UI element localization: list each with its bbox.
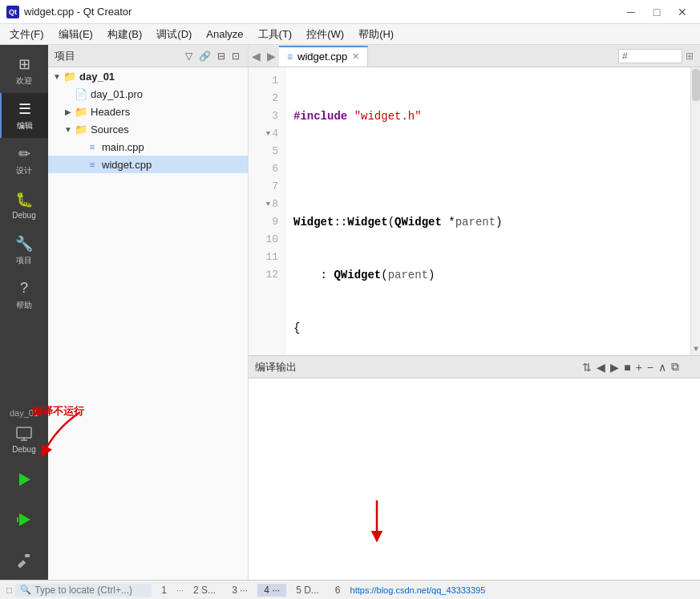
- editor-tab-bar: ◀ ▶ ≡ widget.cpp ✕ ⊞: [249, 45, 700, 67]
- sidebar-item-project[interactable]: 🔧 项目: [0, 228, 48, 273]
- status-tab-2[interactable]: 2 S...: [187, 584, 222, 597]
- editor-search-area: ⊞: [612, 49, 700, 63]
- status-icon-box: □: [6, 585, 12, 596]
- editor-search-input[interactable]: [618, 49, 682, 63]
- editor-scrollbar[interactable]: ▼: [690, 67, 700, 355]
- fold-icon[interactable]: ⊟: [216, 49, 227, 63]
- tree-item-day01[interactable]: ▼ 📁 day_01: [48, 67, 248, 85]
- output-stop-icon[interactable]: ■: [624, 361, 630, 374]
- code-line-5: {: [293, 319, 690, 337]
- svg-rect-6: [18, 560, 26, 569]
- tab-nav-next[interactable]: ▶: [264, 50, 279, 63]
- code-editor[interactable]: 1 2 3 ▼4 5 6 7 ▼8 9 10 11 12 #include "w…: [249, 67, 700, 355]
- status-tab-3[interactable]: 3 ···: [225, 584, 254, 597]
- locate-input[interactable]: [34, 585, 147, 596]
- output-float-icon[interactable]: ⧉: [671, 360, 679, 374]
- window-title: widget.cpp - Qt Creator: [24, 6, 132, 18]
- menu-edit[interactable]: 编辑(E): [52, 26, 99, 43]
- sidebar-item-welcome[interactable]: ⊞ 欢迎: [0, 48, 48, 93]
- line-num-10: 10: [249, 231, 285, 249]
- debug-label: Debug: [12, 211, 35, 220]
- tree-arrow-headers: ▶: [63, 107, 74, 116]
- run-icon: [15, 471, 33, 488]
- scroll-down-icon[interactable]: ▼: [692, 343, 700, 355]
- line-num-6: 6: [249, 160, 285, 178]
- status-bar-left: □ 🔍 1 ··· 2 S... 3 ··· 4 ··· 5 D... 6 ht…: [6, 584, 694, 597]
- status-tab-5[interactable]: 5 D...: [289, 584, 326, 597]
- code-content[interactable]: #include "widget.h" Widget::Widget(QWidg…: [285, 67, 690, 355]
- expand-icon[interactable]: ⊡: [230, 49, 241, 63]
- line-num-1: 1: [249, 72, 285, 90]
- line-num-9: 9: [249, 213, 285, 231]
- run-button[interactable]: [0, 459, 48, 500]
- output-prev-icon[interactable]: ◀: [597, 361, 605, 374]
- main-layout: ⊞ 欢迎 ☰ 编辑 ✏ 设计 🐛 Debug 🔧 项目 ? 帮助 day_01: [0, 45, 700, 580]
- output-plus-icon[interactable]: +: [636, 361, 642, 374]
- title-bar: Qt widget.cpp - Qt Creator ─ □ ✕: [0, 0, 700, 24]
- debug-run-button[interactable]: [0, 500, 48, 540]
- tree-label-headers: Headers: [91, 106, 130, 118]
- tab-close-icon[interactable]: ✕: [352, 51, 359, 62]
- status-bar: □ 🔍 1 ··· 2 S... 3 ··· 4 ··· 5 D... 6 ht…: [0, 580, 700, 599]
- status-tab-1[interactable]: 1: [155, 584, 173, 597]
- tab-nav-prev[interactable]: ◀: [249, 50, 264, 63]
- line-num-8: ▼8: [249, 196, 285, 213]
- status-locate-box[interactable]: 🔍: [15, 584, 152, 597]
- menu-controls[interactable]: 控件(W): [300, 26, 350, 43]
- project-panel-title: 项目: [55, 49, 75, 63]
- tree-arrow-sources: ▼: [63, 125, 74, 134]
- output-minus-icon[interactable]: −: [647, 361, 653, 374]
- filter-icon[interactable]: ▽: [184, 49, 194, 63]
- line-numbers: 1 2 3 ▼4 5 6 7 ▼8 9 10 11 12: [249, 67, 285, 355]
- code-editor-wrapper: 1 2 3 ▼4 5 6 7 ▼8 9 10 11 12 #include "w…: [249, 67, 700, 580]
- edit-icon: ☰: [16, 100, 34, 118]
- sidebar-item-design[interactable]: ✏ 设计: [0, 138, 48, 183]
- minimize-button[interactable]: ─: [620, 2, 642, 22]
- menu-help[interactable]: 帮助(H): [352, 26, 400, 43]
- window-controls[interactable]: ─ □ ✕: [620, 2, 694, 22]
- output-next-icon[interactable]: ▶: [610, 361, 619, 374]
- tree-item-main[interactable]: ≡ main.cpp: [48, 138, 248, 156]
- output-header: 编译输出 ⇅ ◀ ▶ ■ + − ∧ ⧉: [249, 356, 700, 378]
- sidebar-item-help[interactable]: ? 帮助: [0, 273, 48, 318]
- tree-item-widget[interactable]: ≡ widget.cpp: [48, 156, 248, 173]
- sidebar-item-edit[interactable]: ☰ 编辑: [0, 93, 48, 138]
- editor-tab-widget[interactable]: ≡ widget.cpp ✕: [279, 46, 368, 67]
- code-line-4: : QWidget(parent): [293, 266, 690, 284]
- csdn-link[interactable]: https://blog.csdn.net/qq_43333395: [350, 585, 486, 595]
- menu-tools[interactable]: 工具(T): [252, 26, 299, 43]
- tree-label-pro: day_01.pro: [91, 88, 143, 100]
- svg-rect-0: [17, 427, 31, 438]
- line-num-11: 11: [249, 249, 285, 266]
- close-button[interactable]: ✕: [671, 2, 694, 22]
- sidebar-item-debug[interactable]: 🐛 Debug: [0, 183, 48, 228]
- debug-icon: 🐛: [15, 191, 33, 208]
- menu-file[interactable]: 文件(F): [3, 26, 51, 43]
- status-tab-4[interactable]: 4 ···: [257, 584, 286, 597]
- debug-kit-label: Debug: [12, 445, 35, 454]
- menu-analyze[interactable]: Analyze: [200, 26, 249, 42]
- output-toolbar: ⇅ ◀ ▶ ■ + − ∧ ⧉: [582, 360, 694, 374]
- svg-marker-3: [19, 473, 30, 486]
- tree-item-pro[interactable]: 📄 day_01.pro: [48, 85, 248, 103]
- scrollbar-thumb[interactable]: [692, 69, 700, 101]
- file-tree: ▼ 📁 day_01 📄 day_01.pro ▶ 📁 Headers: [48, 67, 248, 580]
- output-expand-icon[interactable]: ∧: [658, 361, 666, 374]
- project-panel-header: 项目 ▽ 🔗 ⊟ ⊡: [48, 45, 248, 67]
- menu-bar: 文件(F) 编辑(E) 构建(B) 调试(D) Analyze 工具(T) 控件…: [0, 24, 700, 45]
- tree-item-sources[interactable]: ▼ 📁 Sources: [48, 120, 248, 138]
- editor-area: ◀ ▶ ≡ widget.cpp ✕ ⊞ 1 2 3 ▼4: [249, 45, 700, 580]
- menu-build[interactable]: 构建(B): [101, 26, 148, 43]
- link-icon[interactable]: 🔗: [197, 49, 212, 63]
- tree-item-headers[interactable]: ▶ 📁 Headers: [48, 103, 248, 120]
- line-num-12: 12: [249, 266, 285, 284]
- maximize-button[interactable]: □: [645, 2, 668, 22]
- line-num-4: ▼4: [249, 125, 285, 143]
- menu-debug[interactable]: 调试(D): [150, 26, 198, 43]
- output-sync-icon[interactable]: ⇅: [582, 361, 592, 374]
- build-button[interactable]: [0, 540, 48, 580]
- kit-selector[interactable]: Debug: [0, 419, 48, 459]
- status-tab-6[interactable]: 6: [329, 584, 347, 597]
- hammer-icon: [15, 551, 33, 569]
- add-tab-icon[interactable]: ⊞: [686, 51, 694, 62]
